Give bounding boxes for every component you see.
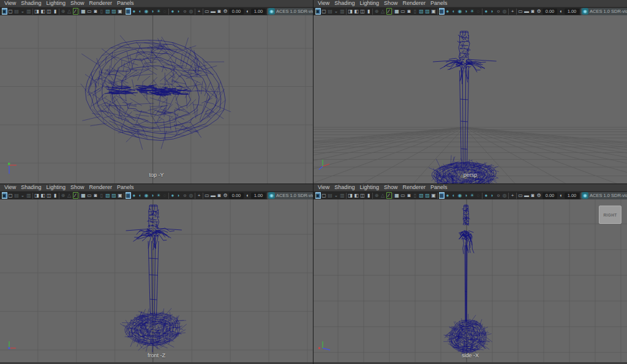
film-gate-icon[interactable]: ▭ (400, 8, 406, 15)
object-select-icon[interactable]: + (197, 192, 202, 199)
select-camera-icon[interactable]: ▣ (2, 192, 7, 199)
safe-title-icon[interactable]: ▣ (431, 8, 437, 15)
pencil-tool-icon[interactable]: ∕ (73, 8, 78, 15)
motion-blur-display-icon[interactable]: ◌ (162, 8, 168, 15)
shadows-display-icon[interactable]: ◑ (464, 8, 469, 15)
menu-panels[interactable]: Panels (115, 0, 137, 7)
menu-shading[interactable]: Shading (332, 0, 357, 7)
gamma-icon[interactable]: ◖ (245, 8, 250, 15)
view-snapshot-icon[interactable]: ◙ (217, 192, 222, 199)
gamma-field[interactable]: 1.00 (251, 193, 266, 199)
depth-of-field-icon[interactable]: ◗ (490, 192, 495, 199)
exposure-field[interactable]: 0.00 (229, 9, 244, 15)
viewport-persp[interactable]: persp (314, 15, 627, 184)
viewport-canvas-persp[interactable] (314, 15, 627, 184)
video-icon[interactable]: ⊕ (374, 192, 380, 199)
gate-mask-icon[interactable]: ▯ (99, 192, 105, 199)
heads-up-display-icon[interactable]: △ (380, 8, 386, 15)
copy-view-icon[interactable]: ▭ (518, 8, 524, 15)
isolate-select-icon[interactable]: ○ (182, 8, 188, 15)
camera-attributes-icon[interactable]: ▤ (14, 192, 20, 199)
heads-up-display-icon[interactable]: △ (67, 192, 72, 199)
menu-view[interactable]: View (2, 0, 18, 7)
menu-shading[interactable]: Shading (332, 184, 357, 191)
two-d-pan-zoom-icon[interactable]: ◨ (34, 8, 40, 15)
video-icon[interactable]: ⊕ (61, 8, 66, 15)
camera-attributes-icon[interactable]: ▤ (14, 8, 20, 15)
lights-display-icon[interactable]: ◉ (457, 192, 463, 199)
menu-view[interactable]: View (315, 0, 332, 7)
paste-view-icon[interactable]: ▬ (211, 8, 216, 15)
select-camera-icon[interactable]: ▣ (2, 8, 7, 15)
multisample-icon[interactable]: ● (170, 192, 176, 199)
viewport-side[interactable]: RIGHT side -X (314, 199, 627, 364)
shaded-display-icon[interactable]: ● (132, 192, 137, 199)
view-transform-badge[interactable]: ◉ACES 1.0 SDR-vide (267, 192, 313, 199)
pencil-tool-icon[interactable]: ∕ (386, 8, 392, 15)
safe-title-icon[interactable]: ▣ (118, 8, 123, 15)
menu-renderer[interactable]: Renderer (400, 0, 428, 7)
object-select-icon[interactable]: + (510, 8, 516, 15)
shaded-display-icon[interactable]: ● (445, 8, 451, 15)
grid-display-icon[interactable]: ▦ (394, 8, 400, 15)
exposure-field[interactable]: 0.00 (543, 9, 557, 15)
shadows-display-icon[interactable]: ◑ (464, 192, 469, 199)
bookmarks-icon[interactable]: ◒ (20, 8, 26, 15)
pencil-tool-icon[interactable]: ∕ (73, 192, 78, 199)
field-chart-icon[interactable]: ▧ (419, 8, 424, 15)
grid-display-icon[interactable]: ▦ (81, 8, 86, 15)
grid-display-icon[interactable]: ▦ (81, 192, 86, 199)
camera-attributes-icon[interactable]: ▤ (328, 192, 333, 199)
camera-attributes-icon[interactable]: ▤ (328, 8, 333, 15)
gamma-field[interactable]: 1.00 (251, 9, 266, 15)
view-snapshot-icon[interactable]: ◙ (530, 8, 536, 15)
lock-camera-icon[interactable]: ▢ (8, 8, 13, 15)
copy-view-icon[interactable]: ▭ (205, 192, 210, 199)
motion-blur-display-icon[interactable]: ◌ (476, 8, 481, 15)
viewport-front[interactable]: front -Z (0, 199, 313, 364)
select-camera-icon[interactable]: ▣ (315, 192, 321, 199)
lights-display-icon[interactable]: ◉ (457, 8, 463, 15)
viewport-canvas-front[interactable] (0, 199, 313, 364)
resolution-gate-icon[interactable]: ◙ (407, 8, 412, 15)
menu-panels[interactable]: Panels (428, 184, 450, 191)
paste-view-icon[interactable]: ▬ (211, 192, 216, 199)
wireframe-display-icon[interactable]: ▦ (439, 8, 445, 15)
gate-mask-icon[interactable]: ▯ (413, 192, 418, 199)
menu-show[interactable]: Show (381, 184, 400, 191)
tumble-camera-icon[interactable]: ◧ (40, 8, 46, 15)
track-camera-icon[interactable]: ◫ (47, 8, 52, 15)
gamma-field[interactable]: 1.00 (565, 193, 579, 199)
track-camera-icon[interactable]: ◫ (360, 192, 366, 199)
gamma-icon[interactable]: ◖ (245, 192, 250, 199)
image-plane-icon[interactable]: ▥ (26, 8, 32, 15)
view-transform-badge[interactable]: ◉ACES 1.0 SDR-vide (580, 8, 627, 15)
track-camera-icon[interactable]: ◫ (360, 8, 366, 15)
menu-lighting[interactable]: Lighting (43, 184, 68, 191)
shadows-display-icon[interactable]: ◑ (150, 8, 156, 15)
field-chart-icon[interactable]: ▧ (105, 8, 111, 15)
copy-view-icon[interactable]: ▭ (205, 8, 210, 15)
tumble-camera-icon[interactable]: ◧ (40, 192, 46, 199)
occlusion-display-icon[interactable]: ☀ (470, 8, 475, 15)
textured-display-icon[interactable]: ◐ (138, 192, 143, 199)
two-d-pan-zoom-icon[interactable]: ◨ (34, 192, 40, 199)
two-d-pan-zoom-icon[interactable]: ◨ (348, 192, 353, 199)
tumble-camera-icon[interactable]: ◧ (354, 192, 359, 199)
xray-display-icon[interactable]: ◍ (189, 8, 194, 15)
menu-show[interactable]: Show (68, 184, 87, 191)
safe-action-icon[interactable]: ▨ (111, 8, 117, 15)
view-snapshot-icon[interactable]: ◙ (217, 8, 222, 15)
textured-display-icon[interactable]: ◐ (451, 192, 457, 199)
xray-display-icon[interactable]: ◍ (502, 8, 508, 15)
menu-renderer[interactable]: Renderer (86, 184, 115, 191)
menu-panels[interactable]: Panels (428, 0, 450, 7)
lock-camera-icon[interactable]: ▢ (321, 8, 327, 15)
gate-mask-icon[interactable]: ▯ (413, 8, 418, 15)
menu-show[interactable]: Show (381, 0, 400, 7)
view-transform-badge[interactable]: ◉ACES 1.0 SDR-vide (580, 192, 627, 199)
menu-renderer[interactable]: Renderer (86, 0, 115, 7)
exposure-icon[interactable]: ⚙ (536, 8, 542, 15)
viewport-canvas-side[interactable] (314, 199, 627, 364)
safe-action-icon[interactable]: ▨ (425, 8, 430, 15)
